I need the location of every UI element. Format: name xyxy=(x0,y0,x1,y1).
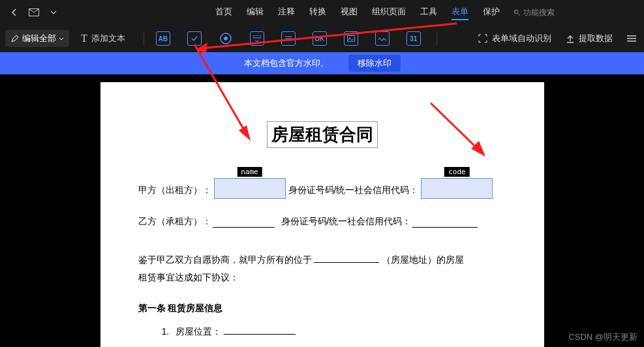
image-tool-icon[interactable] xyxy=(344,31,358,46)
list1-num: 1. xyxy=(162,326,170,337)
add-text-label: 添加文本 xyxy=(91,33,125,44)
list1-label: 房屋位置： xyxy=(176,326,221,337)
divider xyxy=(144,31,144,46)
tab-edit[interactable]: 编辑 xyxy=(247,5,264,20)
function-search[interactable]: 功能搜索 xyxy=(513,7,555,18)
auto-detect-button[interactable]: 表单域自动识别 xyxy=(478,33,551,44)
document-viewport: 房屋租赁合同 甲方（出租方）： name 身份证号码/统一社会信用代码： cod… xyxy=(0,74,644,347)
code-field-tag: code xyxy=(444,167,470,177)
radio-tool-icon[interactable] xyxy=(219,31,233,46)
tab-home[interactable]: 首页 xyxy=(215,5,232,20)
svg-point-4 xyxy=(224,37,228,40)
section-1-heading: 第一条 租赁房屋信息 xyxy=(138,303,506,314)
document-title[interactable]: 房屋租赁合同 xyxy=(267,121,378,148)
date-tool-icon[interactable]: 31 xyxy=(406,31,421,46)
auto-detect-label: 表单域自动识别 xyxy=(492,33,551,44)
party-b-id-blank xyxy=(412,227,478,228)
edit-all-label: 编辑全部 xyxy=(22,33,56,44)
party-a-label: 甲方（出租方）： xyxy=(138,185,211,196)
tab-organize[interactable]: 组织页面 xyxy=(372,5,406,20)
list-item-1: 1. 房屋位置： xyxy=(138,326,506,338)
tab-convert[interactable]: 转换 xyxy=(309,5,326,20)
tab-annotate[interactable]: 注释 xyxy=(278,5,295,20)
tab-protect[interactable]: 保护 xyxy=(483,5,500,20)
mail-icon[interactable] xyxy=(29,7,39,18)
tab-tools[interactable]: 工具 xyxy=(420,5,437,20)
list-tool-icon[interactable] xyxy=(281,31,296,46)
document-page: 房屋租赁合同 甲方（出租方）： name 身份证号码/统一社会信用代码： cod… xyxy=(100,82,544,347)
more-icon[interactable] xyxy=(627,35,639,42)
para2: 租赁事宜达成如下协议： xyxy=(138,272,239,282)
add-text-button[interactable]: T 添加文本 xyxy=(81,33,125,44)
main-tabs: 首页 编辑 注释 转换 视图 组织页面 工具 表单 保护 xyxy=(215,5,500,20)
tab-view[interactable]: 视图 xyxy=(341,5,358,20)
party-b-blank xyxy=(213,227,275,228)
back-icon[interactable] xyxy=(9,7,20,18)
source-watermark: CSDN @明天更新 xyxy=(568,331,637,343)
extract-data-label: 提取数据 xyxy=(579,33,613,44)
para1-b: （房屋地址）的房屋 xyxy=(382,254,464,265)
party-b-label: 乙方（承租方）： xyxy=(138,216,211,228)
remove-watermark-button[interactable]: 移除水印 xyxy=(348,55,401,72)
code-field[interactable]: code xyxy=(421,178,493,199)
para1-a: 鉴于甲乙双方自愿协商，就甲方所有的位于 xyxy=(138,254,312,265)
edit-all-button[interactable]: 编辑全部 xyxy=(5,30,69,47)
party-b-line: 乙方（承租方）： 身份证号码/统一社会信用代码： xyxy=(138,216,506,228)
name-field[interactable]: name xyxy=(214,178,286,199)
divider xyxy=(437,31,437,46)
svg-rect-5 xyxy=(253,35,261,38)
text-icon: T xyxy=(81,33,87,44)
combo-tool-icon[interactable] xyxy=(250,31,264,46)
watermark-banner: 本文档包含官方水印。 移除水印 xyxy=(0,52,644,74)
id-label-a: 身份证号码/统一社会信用代码： xyxy=(288,185,419,196)
button-tool-icon[interactable]: OK xyxy=(313,31,327,46)
text-field-tool-icon[interactable]: AB xyxy=(156,31,170,46)
svg-line-2 xyxy=(518,14,521,16)
signature-tool-icon[interactable] xyxy=(375,31,390,46)
party-a-line: 甲方（出租方）： name 身份证号码/统一社会信用代码： code xyxy=(138,175,506,196)
banner-text: 本文档包含官方水印。 xyxy=(244,57,329,69)
location-blank xyxy=(224,334,296,335)
id-label-b: 身份证号码/统一社会信用代码： xyxy=(281,216,412,228)
chevron-down-icon[interactable] xyxy=(48,7,59,18)
checkbox-tool-icon[interactable] xyxy=(187,31,202,46)
paragraph-1: 鉴于甲乙双方自愿协商，就甲方所有的位于 （房屋地址）的房屋 租赁事宜达成如下协议… xyxy=(138,251,506,286)
address-blank xyxy=(314,262,379,263)
function-search-label: 功能搜索 xyxy=(523,7,555,18)
tab-form[interactable]: 表单 xyxy=(452,5,468,20)
extract-data-button[interactable]: 提取数据 xyxy=(566,33,613,44)
name-field-tag: name xyxy=(237,167,262,177)
